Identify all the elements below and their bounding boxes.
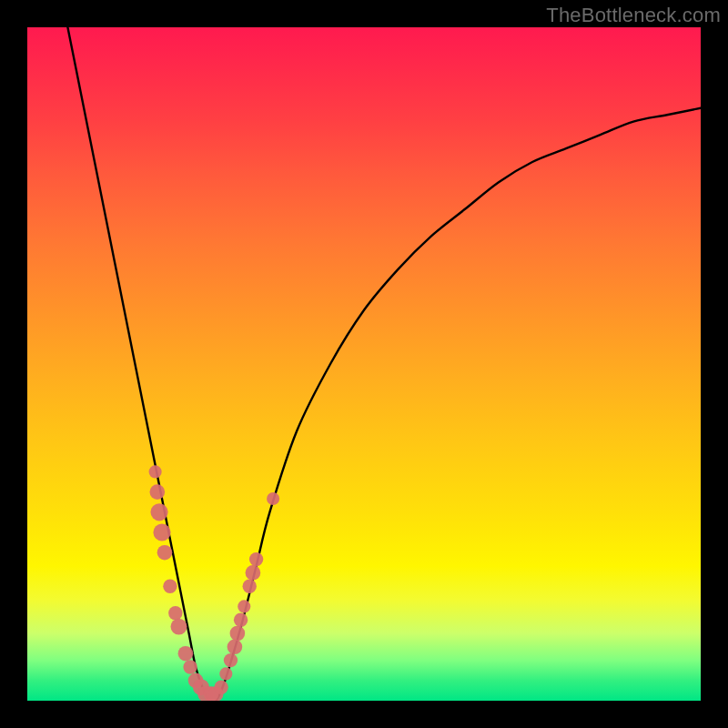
data-point-marker [246, 565, 261, 581]
data-point-marker [214, 681, 228, 694]
data-point-marker [171, 619, 187, 635]
curve-svg [27, 27, 701, 701]
data-point-marker [150, 484, 166, 500]
data-point-marker [168, 606, 182, 620]
plot-area [27, 27, 701, 701]
curve-markers [149, 465, 280, 701]
data-point-marker [234, 613, 248, 627]
data-point-marker [224, 653, 238, 667]
chart-container: TheBottleneck.com [0, 0, 728, 728]
data-point-marker [267, 492, 279, 505]
watermark-text: TheBottleneck.com [546, 4, 721, 27]
data-point-marker [183, 660, 197, 673]
data-point-marker [157, 545, 173, 561]
data-point-marker [163, 580, 177, 593]
data-point-marker [219, 667, 232, 680]
data-point-marker [153, 523, 170, 541]
data-point-marker [249, 552, 263, 566]
data-point-marker [243, 580, 257, 593]
data-point-marker [230, 626, 246, 642]
data-point-marker [149, 465, 162, 478]
data-point-marker [228, 639, 243, 654]
bottleneck-curve [67, 27, 701, 701]
data-point-marker [178, 646, 194, 662]
data-point-marker [238, 600, 250, 612]
data-point-marker [150, 503, 167, 521]
